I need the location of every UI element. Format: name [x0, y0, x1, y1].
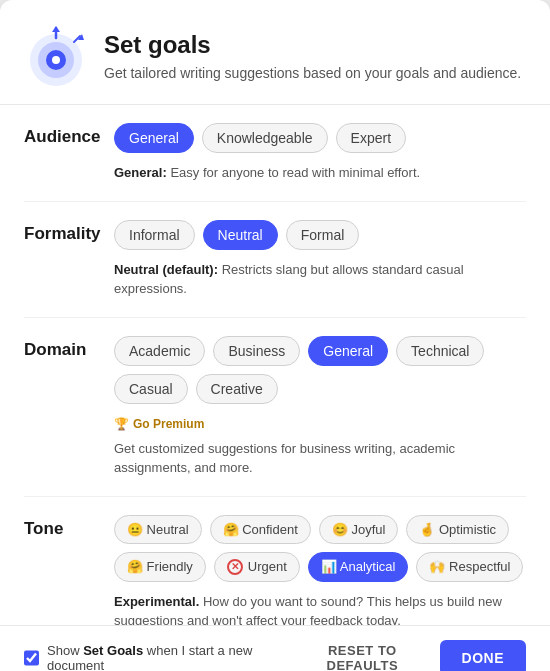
tone-exp-label: Experimental.: [114, 594, 199, 609]
modal-footer: Show Set Goals when I start a new docume…: [0, 625, 550, 671]
tone-section: Tone 😐 Neutral 🤗 Confident 😊 Joyful 🤞 Op…: [24, 497, 526, 626]
modal-title: Set goals: [104, 31, 521, 59]
show-goals-label: Show Set Goals when I start a new docume…: [47, 643, 297, 671]
formality-chip-formal[interactable]: Formal: [286, 220, 360, 250]
modal-header: Set goals Get tailored writing suggestio…: [0, 0, 550, 105]
audience-chip-expert[interactable]: Expert: [336, 123, 406, 153]
tone-chips: 😐 Neutral 🤗 Confident 😊 Joyful 🤞 Optimis…: [114, 515, 526, 582]
svg-marker-5: [52, 26, 60, 32]
domain-chip-general[interactable]: General: [308, 336, 388, 366]
premium-badge[interactable]: 🏆 Go Premium: [114, 417, 204, 431]
modal-subtitle: Get tailored writing suggestions based o…: [104, 65, 521, 81]
set-goals-modal: Set goals Get tailored writing suggestio…: [0, 0, 550, 671]
audience-chip-general[interactable]: General: [114, 123, 194, 153]
show-goals-checkbox[interactable]: [24, 650, 39, 666]
tone-content: 😐 Neutral 🤗 Confident 😊 Joyful 🤞 Optimis…: [114, 515, 526, 626]
tone-chip-respectful[interactable]: 🙌 Respectful: [416, 552, 523, 582]
domain-chip-academic[interactable]: Academic: [114, 336, 205, 366]
domain-content: Academic Business General Technical Casu…: [114, 336, 526, 478]
audience-label: Audience: [24, 123, 114, 147]
goals-icon: [24, 24, 88, 88]
formality-chip-neutral[interactable]: Neutral: [203, 220, 278, 250]
tone-chip-neutral[interactable]: 😐 Neutral: [114, 515, 202, 544]
tone-chip-urgent[interactable]: ✕ Urgent: [214, 552, 300, 582]
audience-chip-knowledgeable[interactable]: Knowledgeable: [202, 123, 328, 153]
domain-chip-creative[interactable]: Creative: [196, 374, 278, 404]
formality-content: Informal Neutral Formal Neutral (default…: [114, 220, 526, 299]
tone-chip-friendly[interactable]: 🤗 Friendly: [114, 552, 206, 582]
formality-label: Formality: [24, 220, 114, 244]
tone-chip-optimistic[interactable]: 🤞 Optimistic: [406, 515, 509, 544]
footer-actions: RESET TO DEFAULTS DONE: [297, 640, 526, 671]
domain-label: Domain: [24, 336, 114, 360]
footer-checkbox-area: Show Set Goals when I start a new docume…: [24, 643, 297, 671]
tone-chip-confident[interactable]: 🤗 Confident: [210, 515, 311, 544]
formality-section: Formality Informal Neutral Formal Neutra…: [24, 202, 526, 318]
domain-chip-casual[interactable]: Casual: [114, 374, 188, 404]
audience-desc-label: General:: [114, 165, 167, 180]
done-button[interactable]: DONE: [440, 640, 526, 671]
formality-chip-informal[interactable]: Informal: [114, 220, 195, 250]
formality-chips: Informal Neutral Formal: [114, 220, 526, 250]
domain-desc: Get customized suggestions for business …: [114, 439, 526, 478]
tone-label: Tone: [24, 515, 114, 539]
show-goals-suffix: when I start a new document: [47, 643, 252, 671]
modal-body: Audience General Knowledgeable Expert Ge…: [0, 105, 550, 625]
formality-desc-label: Neutral (default):: [114, 262, 218, 277]
audience-section: Audience General Knowledgeable Expert Ge…: [24, 105, 526, 202]
audience-desc: General: Easy for anyone to read with mi…: [114, 163, 526, 183]
audience-desc-text: Easy for anyone to read with minimal eff…: [170, 165, 420, 180]
premium-icon: 🏆: [114, 417, 129, 431]
tone-exp-text: Experimental. How do you want to sound? …: [114, 592, 526, 626]
svg-point-3: [52, 56, 60, 64]
audience-content: General Knowledgeable Expert General: Ea…: [114, 123, 526, 183]
domain-chip-technical[interactable]: Technical: [396, 336, 484, 366]
tone-chip-joyful[interactable]: 😊 Joyful: [319, 515, 399, 544]
premium-label: Go Premium: [133, 417, 204, 431]
audience-chips: General Knowledgeable Expert: [114, 123, 526, 153]
modal-header-text: Set goals Get tailored writing suggestio…: [104, 31, 521, 81]
reset-button[interactable]: RESET TO DEFAULTS: [297, 643, 427, 671]
show-goals-bold: Set Goals: [83, 643, 143, 658]
domain-chips: Academic Business General Technical Casu…: [114, 336, 526, 404]
domain-chip-business[interactable]: Business: [213, 336, 300, 366]
domain-section: Domain Academic Business General Technic…: [24, 318, 526, 497]
formality-desc: Neutral (default): Restricts slang but a…: [114, 260, 526, 299]
tone-chip-analytical[interactable]: 📊 Analytical: [308, 552, 409, 582]
